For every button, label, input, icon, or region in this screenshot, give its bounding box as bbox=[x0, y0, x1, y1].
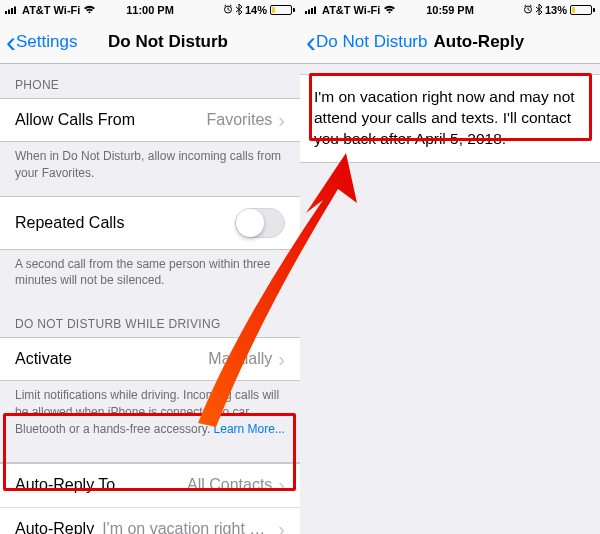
chevron-right-icon: › bbox=[278, 110, 285, 130]
battery-icon bbox=[570, 5, 595, 15]
wifi-icon bbox=[383, 4, 396, 16]
chevron-back-icon: ‹ bbox=[306, 34, 316, 49]
signal-icon bbox=[5, 4, 19, 16]
cell-label: Repeated Calls bbox=[15, 214, 124, 232]
back-button[interactable]: ‹ Settings bbox=[6, 32, 77, 52]
autoreply-content: I'm on vacation right now and may not at… bbox=[300, 64, 600, 534]
svg-rect-1 bbox=[8, 10, 10, 15]
cell-auto-reply[interactable]: Auto-Reply I'm on vacation right now an…… bbox=[0, 507, 300, 534]
alarm-icon bbox=[523, 4, 533, 16]
svg-rect-5 bbox=[305, 11, 307, 14]
status-time: 10:59 PM bbox=[426, 4, 474, 16]
signal-icon bbox=[305, 4, 319, 16]
battery-pct: 13% bbox=[545, 4, 567, 16]
footer-repeated: A second call from the same person withi… bbox=[0, 250, 300, 304]
chevron-right-icon: › bbox=[278, 519, 285, 534]
svg-rect-0 bbox=[5, 11, 7, 14]
learn-more-link[interactable]: Learn More... bbox=[214, 422, 285, 436]
toggle-repeated-calls[interactable] bbox=[235, 208, 285, 238]
cell-label: Auto-Reply To bbox=[15, 476, 115, 494]
screen-do-not-disturb: AT&T Wi-Fi 11:00 PM 14% bbox=[0, 0, 300, 534]
carrier-text: AT&T Wi-Fi bbox=[322, 4, 380, 16]
svg-rect-2 bbox=[11, 8, 13, 14]
screen-auto-reply: AT&T Wi-Fi 10:59 PM 13% bbox=[300, 0, 600, 534]
settings-content: PHONE Allow Calls From Favorites › When … bbox=[0, 64, 300, 534]
cell-allow-calls-from[interactable]: Allow Calls From Favorites › bbox=[0, 98, 300, 142]
cell-value: All Contacts bbox=[115, 476, 272, 494]
chevron-back-icon: ‹ bbox=[6, 34, 16, 49]
cell-repeated-calls[interactable]: Repeated Calls bbox=[0, 196, 300, 250]
footer-allow-calls: When in Do Not Disturb, allow incoming c… bbox=[0, 142, 300, 196]
svg-rect-3 bbox=[14, 7, 16, 15]
footer-activate: Limit notifications while driving. Incom… bbox=[0, 381, 300, 451]
cell-label: Auto-Reply bbox=[15, 520, 94, 534]
wifi-icon bbox=[83, 4, 96, 16]
back-label: Do Not Disturb bbox=[316, 32, 427, 52]
page-title: Do Not Disturb bbox=[108, 32, 228, 52]
bluetooth-icon bbox=[536, 4, 542, 17]
cell-label: Allow Calls From bbox=[15, 111, 135, 129]
chevron-right-icon: › bbox=[278, 349, 285, 369]
cell-value: I'm on vacation right now an… bbox=[102, 520, 272, 534]
status-bar: AT&T Wi-Fi 11:00 PM 14% bbox=[0, 0, 300, 20]
svg-rect-8 bbox=[314, 7, 316, 15]
nav-bar: ‹ Settings Do Not Disturb bbox=[0, 20, 300, 64]
carrier-text: AT&T Wi-Fi bbox=[22, 4, 80, 16]
cell-auto-reply-to[interactable]: Auto-Reply To All Contacts › bbox=[0, 463, 300, 507]
group-header-driving: DO NOT DISTURB WHILE DRIVING bbox=[0, 303, 300, 337]
cell-value: Manually bbox=[72, 350, 272, 368]
chevron-right-icon: › bbox=[278, 475, 285, 495]
back-button[interactable]: ‹ Do Not Disturb bbox=[306, 32, 427, 52]
page-title: Auto-Reply bbox=[433, 32, 524, 52]
cell-value: Favorites bbox=[135, 111, 272, 129]
cell-label: Activate bbox=[15, 350, 72, 368]
status-time: 11:00 PM bbox=[126, 4, 174, 16]
svg-rect-6 bbox=[308, 10, 310, 15]
nav-bar: ‹ Do Not Disturb Auto-Reply bbox=[300, 20, 600, 64]
battery-icon bbox=[270, 5, 295, 15]
cell-activate[interactable]: Activate Manually › bbox=[0, 337, 300, 381]
alarm-icon bbox=[223, 4, 233, 16]
battery-pct: 14% bbox=[245, 4, 267, 16]
group-header-phone: PHONE bbox=[0, 64, 300, 98]
status-bar: AT&T Wi-Fi 10:59 PM 13% bbox=[300, 0, 600, 20]
auto-reply-message-field[interactable]: I'm on vacation right now and may not at… bbox=[300, 74, 600, 163]
back-label: Settings bbox=[16, 32, 77, 52]
bluetooth-icon bbox=[236, 4, 242, 17]
svg-rect-7 bbox=[311, 8, 313, 14]
